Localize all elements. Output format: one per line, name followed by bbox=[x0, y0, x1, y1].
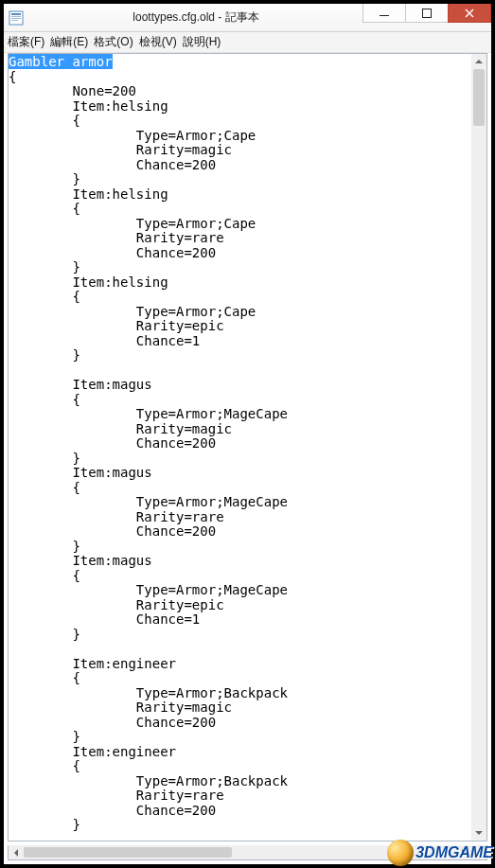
close-button[interactable] bbox=[448, 4, 491, 23]
vertical-scrollbar[interactable] bbox=[471, 54, 486, 841]
scroll-down-arrow-icon[interactable] bbox=[471, 825, 486, 841]
text-editor[interactable]: Gambler_armor { None=200 Item:helsing { … bbox=[9, 54, 471, 841]
minimize-button[interactable] bbox=[362, 4, 406, 23]
app-icon bbox=[4, 4, 28, 32]
maximize-button[interactable] bbox=[405, 4, 449, 23]
svg-rect-4 bbox=[11, 20, 18, 21]
window-title: loottypes.cfg.old - 記事本 bbox=[28, 4, 363, 31]
menubar: 檔案(F) 編輯(E) 格式(O) 檢視(V) 說明(H) bbox=[4, 32, 491, 53]
editor-client-area: Gambler_armor { None=200 Item:helsing { … bbox=[8, 53, 487, 841]
vertical-scroll-thumb[interactable] bbox=[473, 69, 485, 126]
menu-file[interactable]: 檔案(F) bbox=[8, 34, 44, 50]
vertical-scroll-track[interactable] bbox=[471, 69, 486, 825]
horizontal-scroll-thumb[interactable] bbox=[24, 847, 232, 858]
menu-help[interactable]: 說明(H) bbox=[183, 34, 221, 50]
menu-view[interactable]: 檢視(V) bbox=[139, 34, 177, 50]
selected-text: Gambler_armor bbox=[9, 54, 113, 69]
window-controls bbox=[363, 4, 491, 31]
watermark-text: 3DMGAME bbox=[415, 844, 493, 861]
watermark: 3DMGAME bbox=[387, 840, 493, 866]
svg-rect-3 bbox=[11, 18, 21, 19]
menu-edit[interactable]: 編輯(E) bbox=[50, 34, 88, 50]
watermark-ball-icon bbox=[387, 840, 414, 866]
scroll-up-arrow-icon[interactable] bbox=[471, 54, 486, 69]
titlebar[interactable]: loottypes.cfg.old - 記事本 bbox=[4, 4, 491, 32]
svg-rect-2 bbox=[11, 16, 21, 17]
svg-rect-1 bbox=[11, 13, 21, 15]
menu-format[interactable]: 格式(O) bbox=[94, 34, 133, 50]
scroll-left-arrow-icon[interactable] bbox=[9, 845, 24, 859]
